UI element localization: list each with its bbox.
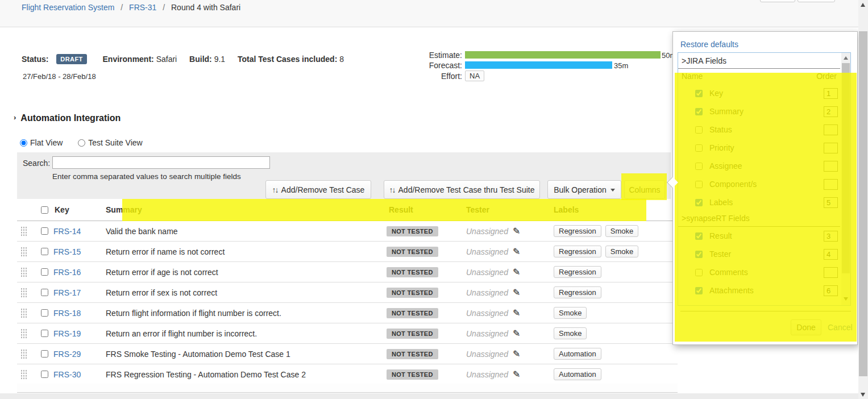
drag-handle-icon[interactable]: [20, 267, 27, 277]
restore-defaults-link[interactable]: Restore defaults: [680, 40, 738, 49]
cancel-link[interactable]: Cancel: [828, 323, 853, 332]
add-remove-test-case-button[interactable]: ↑↓Add/Remove Test Case: [265, 180, 371, 199]
drag-handle-icon[interactable]: [20, 288, 27, 298]
edit-pencil-icon[interactable]: ✎: [513, 369, 520, 379]
field-checkbox[interactable]: [695, 126, 703, 134]
label-tag: Regression: [554, 225, 601, 237]
field-checkbox[interactable]: [695, 269, 703, 276]
view-radio-flat[interactable]: [20, 139, 27, 147]
row-checkbox[interactable]: [38, 309, 52, 317]
field-order-input[interactable]: [824, 197, 838, 208]
field-checkbox[interactable]: [695, 90, 703, 97]
select-all-checkbox[interactable]: [38, 206, 52, 214]
label-tag: Regression: [554, 266, 601, 278]
chevron-right-icon[interactable]: ›: [14, 113, 16, 122]
scroll-up-icon[interactable]: [861, 3, 865, 7]
row-checkbox[interactable]: [38, 248, 52, 255]
field-order-input[interactable]: [824, 285, 838, 296]
field-order-input[interactable]: [824, 106, 838, 117]
field-order-input[interactable]: [824, 231, 838, 242]
field-checkbox[interactable]: [695, 144, 703, 152]
field-checkbox[interactable]: [695, 232, 703, 240]
page-scrollbar[interactable]: [858, 0, 868, 399]
edit-pencil-icon[interactable]: ✎: [513, 267, 520, 277]
search-toolbar-panel: Search: Enter comma separated values to …: [17, 152, 671, 199]
page-scroll-thumb[interactable]: [859, 31, 867, 376]
tester-name: Unassigned: [466, 309, 508, 318]
col-header-labels[interactable]: Labels: [551, 205, 678, 214]
row-key-link[interactable]: FRS-18: [53, 309, 106, 318]
partial-toolbar-button-2[interactable]: [798, 0, 835, 2]
scroll-down-icon[interactable]: [861, 393, 865, 397]
col-header-summary[interactable]: Summary: [106, 205, 387, 214]
col-header-tester[interactable]: Tester: [466, 205, 551, 214]
field-checkbox[interactable]: [695, 181, 703, 188]
row-key-link[interactable]: FRS-15: [53, 247, 106, 256]
edit-pencil-icon[interactable]: ✎: [513, 308, 520, 318]
row-checkbox[interactable]: [38, 289, 52, 296]
columns-button[interactable]: Columns: [624, 180, 665, 199]
col-header-key[interactable]: Key: [53, 205, 106, 214]
done-button[interactable]: Done: [791, 319, 821, 335]
row-labels: Smoke: [551, 327, 678, 339]
drag-handle-icon[interactable]: [20, 349, 27, 359]
field-order-input[interactable]: [824, 267, 838, 278]
view-radio-suite[interactable]: [78, 139, 85, 147]
scroll-up-icon[interactable]: [844, 56, 848, 60]
environment-label: Environment:: [103, 55, 154, 64]
view-toggle: Flat View Test Suite View: [17, 138, 153, 147]
bulk-operation-button[interactable]: Bulk Operation: [547, 180, 621, 199]
field-label: Tester: [709, 250, 731, 259]
result-badge: NOT TESTED: [387, 329, 438, 339]
drag-handle-icon[interactable]: [20, 226, 27, 236]
test-suite-view-option[interactable]: Test Suite View: [75, 138, 142, 147]
field-label: Priority: [709, 143, 734, 152]
field-order-input[interactable]: [824, 249, 838, 260]
row-checkbox[interactable]: [38, 227, 52, 235]
row-key-link[interactable]: FRS-29: [53, 350, 106, 359]
scroll-down-icon[interactable]: [844, 297, 848, 301]
row-key-link[interactable]: FRS-16: [53, 268, 106, 277]
drag-handle-icon[interactable]: [20, 369, 27, 380]
table-row: FRS-19 Return an error if flight number …: [17, 323, 678, 344]
row-checkbox[interactable]: [38, 371, 52, 378]
row-key-link[interactable]: FRS-17: [53, 288, 106, 297]
add-remove-thru-suite-button[interactable]: ↑↓Add/Remove Test Case thru Test Suite: [384, 180, 540, 199]
field-label: Result: [709, 231, 732, 240]
field-checkbox[interactable]: [695, 287, 703, 294]
search-input[interactable]: [52, 156, 270, 169]
panel-divider: [680, 311, 851, 311]
edit-pencil-icon[interactable]: ✎: [513, 329, 520, 338]
edit-pencil-icon[interactable]: ✎: [513, 247, 520, 256]
field-order-input[interactable]: [824, 161, 838, 172]
partial-toolbar-button-1[interactable]: [760, 0, 795, 2]
field-checkbox[interactable]: [695, 108, 703, 115]
breadcrumb-issue-link[interactable]: FRS-31: [129, 3, 156, 12]
section-automation-integration[interactable]: ›Automation Integration: [14, 113, 121, 123]
listbox-scrollbar[interactable]: [841, 53, 850, 305]
row-checkbox[interactable]: [38, 330, 52, 337]
field-order-input[interactable]: [824, 143, 838, 153]
listbox-scroll-thumb[interactable]: [842, 63, 850, 273]
col-header-result[interactable]: Result: [387, 205, 466, 214]
breadcrumb-current: Round 4 with Safari: [171, 3, 240, 12]
field-order-input[interactable]: [824, 124, 838, 135]
flat-view-option[interactable]: Flat View: [17, 138, 63, 147]
field-checkbox[interactable]: [695, 199, 703, 206]
drag-handle-icon[interactable]: [20, 329, 27, 339]
drag-handle-icon[interactable]: [20, 247, 27, 257]
row-key-link[interactable]: FRS-14: [53, 227, 106, 236]
field-checkbox[interactable]: [695, 163, 703, 170]
row-key-link[interactable]: FRS-30: [53, 370, 106, 379]
edit-pencil-icon[interactable]: ✎: [513, 288, 520, 297]
row-checkbox[interactable]: [38, 350, 52, 358]
field-order-input[interactable]: [824, 179, 838, 190]
row-key-link[interactable]: FRS-19: [53, 329, 106, 338]
drag-handle-icon[interactable]: [20, 308, 27, 318]
breadcrumb-project-link[interactable]: Flight Reservation System: [22, 3, 114, 12]
field-checkbox[interactable]: [695, 251, 703, 258]
row-checkbox[interactable]: [38, 268, 52, 276]
edit-pencil-icon[interactable]: ✎: [513, 226, 520, 236]
edit-pencil-icon[interactable]: ✎: [513, 349, 520, 359]
field-order-input[interactable]: [824, 88, 838, 99]
